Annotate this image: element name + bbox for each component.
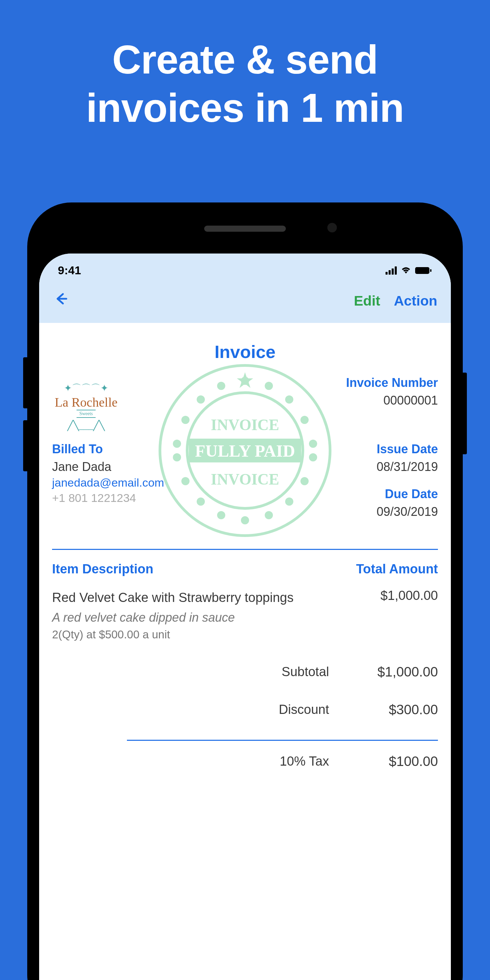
billed-email[interactable]: janedada@email.com — [52, 476, 377, 489]
status-time: 9:41 — [58, 264, 81, 277]
svg-rect-0 — [415, 267, 430, 274]
phone-power-button — [463, 372, 467, 454]
company-logo: ✦⌒⌒⌒✦ La Rochelle Sweets ╱╲___╱╲ — [52, 375, 120, 437]
discount-row: Discount $300.00 — [52, 691, 438, 729]
item-description: A red velvet cake dipped in sauce — [52, 611, 438, 625]
wifi-icon — [401, 266, 411, 275]
section-divider — [52, 549, 438, 550]
due-date-value: 09/30/2019 — [377, 504, 438, 519]
col-total: Total Amount — [356, 562, 438, 576]
svg-rect-1 — [430, 269, 431, 272]
back-arrow-icon — [53, 291, 69, 307]
billed-phone: +1 801 1221234 — [52, 492, 377, 504]
phone-screen: 9:41 Edit Action Invoice — [39, 253, 451, 980]
discount-label: Discount — [279, 702, 329, 717]
phone-volume-up — [23, 357, 27, 408]
action-button[interactable]: Action — [394, 293, 437, 309]
phone-volume-down — [23, 420, 27, 471]
invoice-title: Invoice — [52, 323, 438, 372]
subtotal-label: Subtotal — [282, 665, 329, 679]
subtotal-value: $1,000.00 — [363, 664, 438, 679]
issue-date-value: 08/31/2019 — [377, 460, 438, 474]
invoice-number-value: 00000001 — [346, 393, 438, 408]
phone-speaker — [204, 226, 286, 232]
billed-name: Jane Dada — [52, 460, 377, 474]
battery-icon — [415, 266, 432, 275]
hero-title: Create & send invoices in 1 min — [0, 0, 490, 132]
item-name: Red Velvet Cake with Strawberry toppings — [52, 588, 380, 607]
cellular-signal-icon — [385, 266, 397, 275]
line-item: Red Velvet Cake with Strawberry toppings… — [52, 588, 438, 641]
phone-camera — [327, 223, 337, 232]
invoice-number-label: Invoice Number — [346, 375, 438, 390]
subtotal-row: Subtotal $1,000.00 — [52, 653, 438, 691]
due-date-label: Due Date — [377, 487, 438, 501]
nav-bar: Edit Action — [39, 282, 451, 323]
tax-value: $100.00 — [363, 754, 438, 769]
item-amount: $1,000.00 — [380, 588, 438, 603]
status-icons — [385, 266, 432, 275]
invoice-content: Invoice INVOICE — [39, 323, 451, 780]
summary-divider — [127, 740, 438, 741]
col-description: Item Description — [52, 562, 153, 576]
discount-value: $300.00 — [363, 702, 438, 717]
phone-frame: 9:41 Edit Action Invoice — [27, 202, 463, 980]
tax-row: 10% Tax $100.00 — [52, 752, 438, 780]
item-qty-line: 2(Qty) at $500.00 a unit — [52, 628, 438, 641]
billed-to-label: Billed To — [52, 442, 377, 456]
items-header: Item Description Total Amount — [52, 562, 438, 576]
tax-label: 10% Tax — [280, 754, 329, 769]
back-button[interactable] — [53, 291, 69, 311]
edit-button[interactable]: Edit — [354, 293, 380, 309]
issue-date-label: Issue Date — [377, 442, 438, 456]
status-bar: 9:41 — [39, 253, 451, 282]
